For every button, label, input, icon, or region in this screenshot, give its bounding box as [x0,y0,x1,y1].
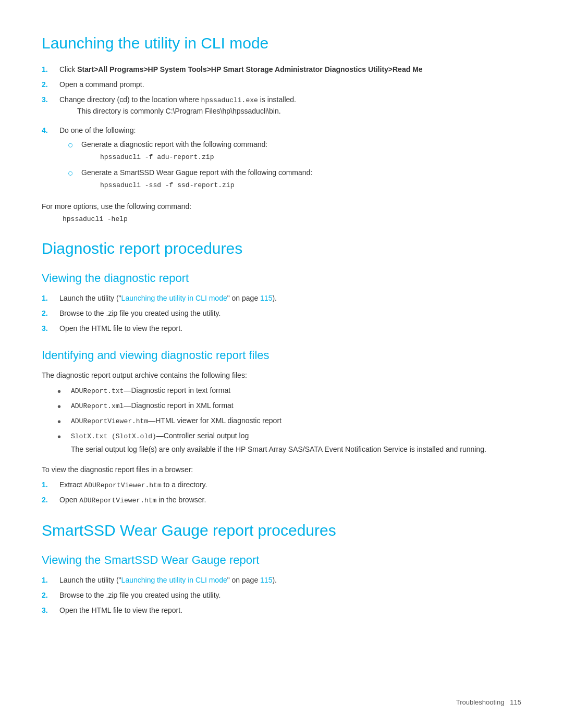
cli-step-4-content: Do one of the following: ○ Generate a di… [59,125,521,196]
viewing-diag-step-1: Launch the utility ("Launching the utili… [42,293,521,304]
viewing-diag-step-1-page[interactable]: 115 [260,294,272,302]
bullet-dot-icon-2: • [57,400,67,413]
subsection-viewing-smartssd: Viewing the SmartSSD Wear Gauge report L… [42,551,521,616]
cli-step-4-text: Do one of the following: [59,126,136,134]
cli-sub-item-2-content: Generate a SmartSSD Wear Gague report wi… [81,167,312,193]
identifying-diag-bullets: • ADUReport.txt—Diagnostic report in tex… [42,385,521,459]
viewing-smartssd-step-1-content: Launch the utility ("Launching the utili… [59,575,521,586]
viewing-diag-step-1-suffix: " on page [227,294,260,302]
bullet-item-2: • ADUReport.xml—Diagnostic report in XML… [57,400,521,413]
viewing-diag-step-1-prefix: Launch the utility (" [59,294,121,302]
viewing-smartssd-steps: Launch the utility ("Launching the utili… [42,575,521,616]
cli-sub-item-2-code: hpssaducli -ssd -f ssd-report.zip [100,180,312,191]
cli-step-3-content: Change directory (cd) to the location wh… [59,94,521,121]
viewing-diag-step-2-content: Browse to the .zip file you created usin… [59,308,521,319]
bullet-item-2-content: ADUReport.xml—Diagnostic report in XML f… [71,400,234,412]
cli-step-3-prefix: Change directory (cd) to the location wh… [59,95,201,104]
bullet-item-4-note-text: The serial output log file(s) are only a… [71,445,486,453]
viewing-diag-title: Viewing the diagnostic report [42,269,521,287]
viewing-diag-step-1-link[interactable]: Launching the utility in CLI mode [121,294,227,302]
viewing-smartssd-step-3: Open the HTML file to view the report. [42,605,521,616]
cli-sub-item-1-code: hpssaducli -f adu-report.zip [100,152,267,163]
viewing-smartssd-step-1-link[interactable]: Launching the utility in CLI mode [121,576,227,584]
browser-step-2: Open ADUReportViewer.htm in the browser. [42,495,521,506]
cli-step-1-content: Click Start>All Programs>HP System Tools… [59,64,521,75]
bullet-dot-icon-4: • [57,430,67,443]
bullet-item-4-dash: — [156,431,164,440]
bullet-item-1: • ADUReport.txt—Diagnostic report in tex… [57,385,521,398]
viewing-diag-step-2: Browse to the .zip file you created usin… [42,308,521,319]
bullet-item-4: • SlotX.txt (SlotX.old)—Controller seria… [57,430,521,459]
viewing-smartssd-step-1-prefix: Launch the utility (" [59,576,121,584]
viewing-diag-steps: Launch the utility ("Launching the utili… [42,293,521,334]
section-diagnostic: Diagnostic report procedures Viewing the… [42,237,521,506]
section-cli: Launching the utility in CLI mode Click … [42,31,521,224]
cli-step-3-note: This directory is commonly C:\Program Fi… [59,106,521,117]
bullet-item-4-code: SlotX.txt (SlotX.old) [71,433,156,440]
browser-step-2-code: ADUReportViewer.htm [79,497,156,504]
cli-footer-code: hpssaducli -help [63,214,521,225]
cli-sub-item-1-content: Generate a diagnostic report with the fo… [81,139,267,165]
bullet-item-4-text: Controller serial output log [164,431,249,440]
cli-step-3: Change directory (cd) to the location wh… [42,94,521,121]
cli-sub-item-2-text: Generate a SmartSSD Wear Gague report wi… [81,168,312,177]
browser-step-1: Extract ADUReportViewer.htm to a directo… [42,479,521,491]
viewing-smartssd-step-2-content: Browse to the .zip file you created usin… [59,590,521,601]
cli-step-2: Open a command prompt. [42,79,521,90]
viewing-diag-step-3-content: Open the HTML file to view the report. [59,323,521,334]
cli-sub-item-1-text: Generate a diagnostic report with the fo… [81,140,267,149]
viewing-diag-step-1-end: ). [272,294,277,302]
browser-step-1-code: ADUReportViewer.htm [84,482,161,489]
bullet-item-3-code: ADUReportViewer.htm [71,417,148,425]
bullet-item-1-code: ADUReport.txt [71,387,124,395]
bullet-item-2-text: Diagnostic report in XML format [131,401,233,410]
bullet-item-3-dash: — [148,416,155,425]
bullet-item-2-code: ADUReport.xml [71,402,124,410]
viewing-diag-step-3: Open the HTML file to view the report. [42,323,521,334]
cli-step-2-text: Open a command prompt. [59,80,144,89]
page: Launching the utility in CLI mode Click … [0,0,563,728]
bullet-item-3-text: HTML viewer for XML diagnostic report [155,416,282,425]
viewing-smartssd-step-1: Launch the utility ("Launching the utili… [42,575,521,586]
browser-steps-list: Extract ADUReportViewer.htm to a directo… [42,479,521,506]
identifying-diag-title: Identifying and viewing diagnostic repor… [42,347,521,364]
viewing-smartssd-title: Viewing the SmartSSD Wear Gauge report [42,551,521,569]
bullet-circle-icon-2: ○ [68,167,78,179]
section-cli-title: Launching the utility in CLI mode [42,31,521,55]
cli-sub-item-1: ○ Generate a diagnostic report with the … [59,139,521,165]
viewing-smartssd-step-1-end: ). [272,576,277,584]
cli-step-3-note-text: This directory is commonly C:\Program Fi… [77,107,281,115]
bullet-item-1-content: ADUReport.txt—Diagnostic report in text … [71,385,230,397]
bullet-circle-icon-1: ○ [68,139,78,151]
identifying-diag-intro: The diagnostic report output archive con… [42,370,521,381]
subsection-identifying-diag: Identifying and viewing diagnostic repor… [42,347,521,506]
viewing-smartssd-step-1-page[interactable]: 115 [260,576,272,584]
bullet-dot-icon-3: • [57,415,67,428]
bullet-dot-icon-1: • [57,385,67,398]
cli-step-2-content: Open a command prompt. [59,79,521,90]
cli-footer-note-text: For more options, use the following comm… [42,202,191,211]
cli-steps-list: Click Start>All Programs>HP System Tools… [42,64,521,196]
browser-step-2-content: Open ADUReportViewer.htm in the browser. [59,495,521,506]
section-smartssd: SmartSSD Wear Gauge report procedures Vi… [42,519,521,616]
bullet-item-3: • ADUReportViewer.htm—HTML viewer for XM… [57,415,521,428]
cli-step-3-suffix: is installed. [258,95,296,104]
cli-step-1: Click Start>All Programs>HP System Tools… [42,64,521,75]
cli-footer-note: For more options, use the following comm… [42,201,521,225]
bullet-item-1-text: Diagnostic report in text format [131,386,230,394]
bullet-item-3-content: ADUReportViewer.htm—HTML viewer for XML … [71,415,282,427]
browser-step-2-suffix: in the browser. [156,496,206,504]
viewing-diag-step-1-content: Launch the utility ("Launching the utili… [59,293,521,304]
viewing-smartssd-step-3-content: Open the HTML file to view the report. [59,605,521,616]
page-footer: Troubleshooting 115 [456,697,521,708]
viewing-smartssd-step-2: Browse to the .zip file you created usin… [42,590,521,601]
smartssd-title: SmartSSD Wear Gauge report procedures [42,519,521,542]
cli-step-4: Do one of the following: ○ Generate a di… [42,125,521,196]
browser-step-1-prefix: Extract [59,480,84,489]
browser-intro: To view the diagnostic report files in a… [42,464,521,475]
viewing-smartssd-step-1-suffix: " on page [227,576,260,584]
browser-step-2-prefix: Open [59,496,79,504]
browser-step-1-content: Extract ADUReportViewer.htm to a directo… [59,479,521,491]
subsection-viewing-diag: Viewing the diagnostic report Launch the… [42,269,521,334]
footer-page: 115 [510,698,521,706]
